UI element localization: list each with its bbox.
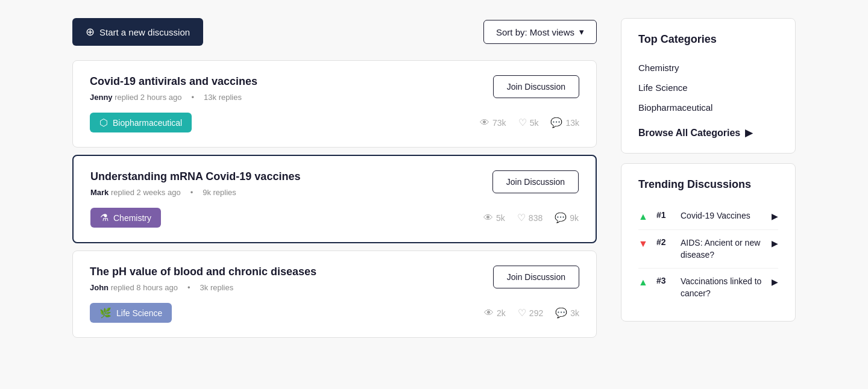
card-replies: 13k replies [204, 93, 242, 102]
trending-list: ▲ #1 Covid-19 Vaccines ▶ ▼ #2 AIDS: Anci… [638, 203, 778, 307]
category-item[interactable]: Chemistry [638, 58, 778, 78]
discussion-card: Covid-19 antivirals and vaccines Jenny r… [72, 60, 597, 148]
card-tag[interactable]: ⚗ Chemistry [90, 208, 161, 228]
top-categories-card: Top Categories ChemistryLife ScienceBiop… [621, 18, 796, 154]
card-title: Covid-19 antivirals and vaccines [90, 75, 257, 88]
card-tag[interactable]: ⬡ Biopharmaceutical [90, 113, 192, 132]
card-author: Mark [90, 188, 108, 197]
likes-count: 292 [529, 308, 543, 318]
comments-count: 3k [570, 308, 579, 318]
views-stat: 👁 5k [483, 213, 505, 223]
toolbar: ⊕ Start a new discussion Sort by: Most v… [72, 18, 597, 46]
card-tag[interactable]: 🌿 Life Science [90, 303, 172, 323]
eye-icon: 👁 [483, 213, 493, 223]
trend-text: AIDS: Ancient or new disease? [681, 237, 764, 261]
views-count: 2k [497, 308, 506, 318]
trend-down-icon: ▼ [638, 238, 648, 249]
trend-chevron-icon: ▶ [772, 277, 778, 287]
tag-icon: 🌿 [99, 307, 112, 319]
card-replies: 9k replies [203, 188, 236, 197]
main-content: ⊕ Start a new discussion Sort by: Most v… [72, 18, 597, 345]
views-count: 73k [492, 118, 506, 128]
trending-item[interactable]: ▲ #3 Vaccinations linked to cancer? ▶ [638, 269, 778, 307]
tag-icon: ⚗ [100, 212, 108, 223]
likes-count: 838 [529, 213, 542, 223]
tag-label: Life Science [116, 308, 162, 318]
eye-icon: 👁 [480, 117, 489, 128]
card-title: Understanding mRNA Covid-19 vaccines [90, 170, 300, 183]
likes-count: 5k [530, 118, 539, 128]
card-top: The pH value of blood and chronic diseas… [90, 266, 579, 292]
card-time: replied 2 hours ago [115, 93, 181, 102]
views-stat: 👁 73k [480, 117, 506, 128]
comments-stat: 💬 13k [550, 117, 579, 128]
tag-icon: ⬡ [99, 117, 108, 128]
card-info: Covid-19 antivirals and vaccines Jenny r… [90, 75, 257, 102]
heart-icon: ♡ [518, 307, 526, 319]
likes-stat: ♡ 838 [517, 212, 542, 223]
card-bottom: ⬡ Biopharmaceutical 👁 73k ♡ 5k 💬 13k [90, 113, 579, 132]
join-discussion-button[interactable]: Join Discussion [492, 170, 579, 193]
card-author: Jenny [90, 93, 113, 102]
start-discussion-button[interactable]: ⊕ Start a new discussion [72, 18, 203, 46]
trending-item[interactable]: ▼ #2 AIDS: Ancient or new disease? ▶ [638, 230, 778, 269]
trend-text: Vaccinations linked to cancer? [681, 276, 764, 299]
card-stats: 👁 5k ♡ 838 💬 9k [483, 212, 579, 223]
card-meta: John replied 8 hours ago • 3k replies [90, 283, 316, 292]
comments-stat: 💬 9k [555, 212, 579, 223]
card-stats: 👁 73k ♡ 5k 💬 13k [480, 117, 579, 128]
join-discussion-button[interactable]: Join Discussion [493, 75, 579, 98]
comment-icon: 💬 [550, 117, 562, 128]
card-top: Covid-19 antivirals and vaccines Jenny r… [90, 75, 579, 102]
discussion-card: The pH value of blood and chronic diseas… [72, 251, 597, 338]
trend-rank: #1 [656, 210, 673, 220]
join-discussion-button[interactable]: Join Discussion [493, 266, 579, 288]
discussion-list: Covid-19 antivirals and vaccines Jenny r… [72, 60, 597, 338]
trend-up-icon: ▲ [638, 211, 648, 222]
card-bottom: ⚗ Chemistry 👁 5k ♡ 838 💬 9k [90, 208, 579, 228]
card-title: The pH value of blood and chronic diseas… [90, 266, 316, 278]
views-count: 5k [496, 213, 505, 223]
views-stat: 👁 2k [484, 308, 506, 319]
eye-icon: 👁 [484, 308, 494, 319]
card-bottom: 🌿 Life Science 👁 2k ♡ 292 💬 3k [90, 303, 579, 323]
comment-icon: 💬 [555, 212, 567, 223]
trending-title: Trending Discussions [638, 178, 778, 191]
plus-icon: ⊕ [86, 25, 95, 39]
sort-button[interactable]: Sort by: Most views ▾ [483, 20, 597, 44]
category-list: ChemistryLife ScienceBiopharmaceutical [638, 58, 778, 117]
tag-label: Chemistry [113, 213, 151, 223]
likes-stat: ♡ 5k [518, 117, 539, 128]
sort-chevron-icon: ▾ [579, 26, 584, 37]
top-categories-title: Top Categories [638, 33, 778, 46]
tag-label: Biopharmaceutical [113, 118, 182, 128]
card-time: replied 2 weeks ago [111, 188, 181, 197]
sort-label: Sort by: Most views [496, 27, 574, 37]
card-top: Understanding mRNA Covid-19 vaccines Mar… [90, 170, 579, 197]
trend-indicator: ▼ [638, 238, 649, 249]
sidebar: Top Categories ChemistryLife ScienceBiop… [621, 18, 796, 345]
trend-chevron-icon: ▶ [772, 211, 778, 221]
card-author: John [90, 283, 108, 292]
likes-stat: ♡ 292 [518, 307, 543, 319]
trending-discussions-card: Trending Discussions ▲ #1 Covid-19 Vacci… [621, 163, 796, 322]
comments-stat: 💬 3k [555, 307, 579, 319]
browse-all-arrow-icon: ▶ [745, 127, 752, 138]
card-replies: 3k replies [200, 283, 234, 292]
browse-all-label: Browse All Categories [638, 128, 740, 138]
comments-count: 13k [565, 118, 579, 128]
category-item[interactable]: Life Science [638, 78, 778, 98]
card-meta: Mark replied 2 weeks ago • 9k replies [90, 188, 300, 197]
discussion-card: Understanding mRNA Covid-19 vaccines Mar… [72, 155, 597, 243]
heart-icon: ♡ [518, 117, 527, 128]
heart-icon: ♡ [517, 212, 526, 223]
trend-chevron-icon: ▶ [772, 238, 778, 248]
browse-all-button[interactable]: Browse All Categories ▶ [638, 127, 778, 138]
start-discussion-label: Start a new discussion [99, 27, 190, 37]
comment-icon: 💬 [555, 307, 567, 319]
comments-count: 9k [570, 213, 579, 223]
category-item[interactable]: Biopharmaceutical [638, 98, 778, 117]
trend-up-icon: ▲ [638, 277, 648, 287]
trending-item[interactable]: ▲ #1 Covid-19 Vaccines ▶ [638, 203, 778, 230]
trend-rank: #2 [656, 237, 673, 247]
